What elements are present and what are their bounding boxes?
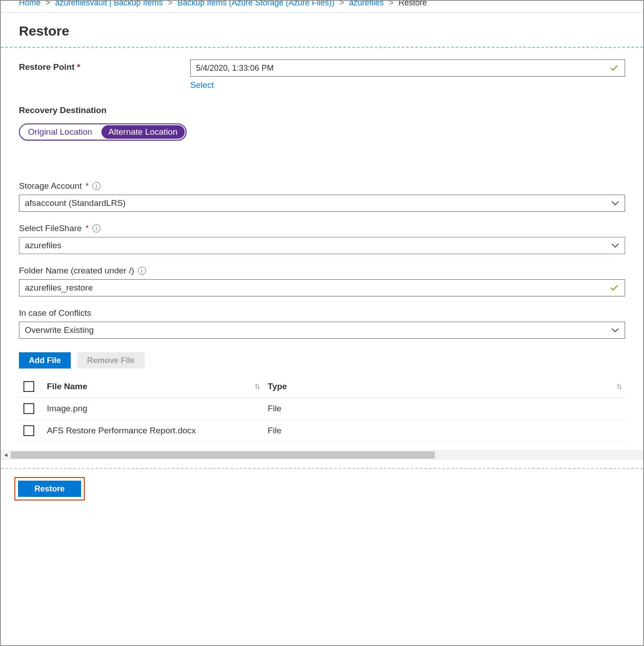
table-row[interactable]: AFS Restore Performance Report.docx File <box>19 420 625 442</box>
breadcrumb-backup-items[interactable]: Backup Items (Azure Storage (Azure Files… <box>178 0 334 7</box>
recovery-destination-label: Recovery Destination <box>19 105 625 115</box>
remove-file-button: Remove File <box>77 352 145 368</box>
scroll-left-arrow-icon[interactable]: ◄ <box>1 452 11 458</box>
restore-point-input[interactable]: 5/4/2020, 1:33:06 PM <box>190 59 625 77</box>
chevron-down-icon <box>611 243 619 248</box>
info-icon[interactable]: i <box>138 267 146 275</box>
footer-divider <box>1 468 643 469</box>
checkmark-icon <box>609 283 619 293</box>
page-title: Restore <box>19 23 625 39</box>
file-name-header[interactable]: File Name↑↓ <box>42 376 263 398</box>
restore-button-highlight: Restore <box>14 477 85 500</box>
table-row[interactable]: Image.png File <box>19 398 625 420</box>
breadcrumb-current: Restore <box>398 0 427 7</box>
folder-name-label: Folder Name (created under /) i <box>19 266 625 276</box>
conflicts-value: Overwrite Existing <box>25 325 94 335</box>
breadcrumb-vault[interactable]: azurefilesvault | Backup Items <box>55 0 163 7</box>
fileshare-label: Select FileShare* i <box>19 223 625 233</box>
file-type-cell: File <box>263 420 625 442</box>
original-location-option[interactable]: Original Location <box>20 124 100 140</box>
alternate-location-option[interactable]: Alternate Location <box>101 125 185 139</box>
storage-account-value: afsaccount (StandardLRS) <box>25 198 126 208</box>
file-type-cell: File <box>263 398 625 420</box>
file-name-cell: Image.png <box>42 398 263 420</box>
breadcrumb-separator: > <box>337 0 347 7</box>
chevron-down-icon <box>611 328 619 333</box>
breadcrumb-separator: > <box>43 0 53 7</box>
file-name-cell: AFS Restore Performance Report.docx <box>42 420 263 442</box>
recovery-destination-toggle: Original Location Alternate Location <box>19 123 187 141</box>
storage-account-dropdown[interactable]: afsaccount (StandardLRS) <box>19 195 625 212</box>
select-all-checkbox[interactable] <box>23 381 34 392</box>
type-header[interactable]: Type↑↓ <box>263 376 625 398</box>
breadcrumb-azurefiles[interactable]: azurefiles <box>349 0 384 7</box>
chevron-down-icon <box>611 200 619 206</box>
row-checkbox[interactable] <box>23 425 34 436</box>
conflicts-label: In case of Conflicts <box>19 308 625 318</box>
add-file-button[interactable]: Add File <box>19 352 71 368</box>
sort-icon: ↑↓ <box>616 382 621 391</box>
horizontal-scrollbar[interactable]: ◄ <box>1 450 643 460</box>
sort-icon: ↑↓ <box>254 382 259 391</box>
row-checkbox[interactable] <box>23 403 34 414</box>
scrollbar-thumb[interactable] <box>11 451 435 459</box>
storage-account-label: Storage Account* i <box>19 181 625 191</box>
restore-point-label: Restore Point * <box>19 59 190 72</box>
breadcrumb-separator: > <box>165 0 175 7</box>
fileshare-value: azurefiles <box>25 241 61 250</box>
info-icon[interactable]: i <box>92 182 100 190</box>
file-table: File Name↑↓ Type↑↓ Image.png File AFS Re… <box>19 376 625 442</box>
breadcrumb: Home > azurefilesvault | Backup Items > … <box>1 0 643 13</box>
restore-button[interactable]: Restore <box>18 481 81 497</box>
breadcrumb-home[interactable]: Home <box>19 0 41 7</box>
checkmark-icon <box>609 63 619 73</box>
conflicts-dropdown[interactable]: Overwrite Existing <box>19 322 625 339</box>
select-restore-point-link[interactable]: Select <box>190 80 214 90</box>
folder-name-value: azurefiles_restore <box>25 283 93 293</box>
breadcrumb-separator: > <box>386 0 397 7</box>
section-divider <box>1 47 643 48</box>
info-icon[interactable]: i <box>92 224 100 232</box>
restore-point-value: 5/4/2020, 1:33:06 PM <box>196 64 274 73</box>
fileshare-dropdown[interactable]: azurefiles <box>19 237 625 254</box>
folder-name-input[interactable]: azurefiles_restore <box>19 279 625 296</box>
